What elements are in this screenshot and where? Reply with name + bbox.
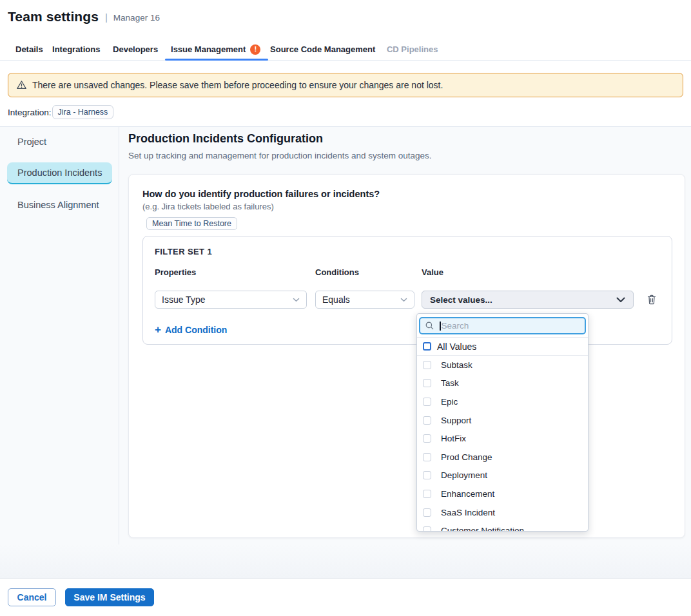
team-name: Manager 16	[113, 11, 160, 23]
option-label: Support	[441, 416, 471, 425]
checkbox[interactable]	[423, 434, 431, 443]
option-customer-notification[interactable]: Customer Notification	[417, 521, 588, 532]
filter-set-box: FILTER SET 1 Properties Conditions Value…	[142, 236, 672, 345]
option-support[interactable]: Support	[417, 411, 588, 430]
column-label-conditions: Conditions	[315, 268, 414, 276]
option-task[interactable]: Task	[417, 374, 588, 393]
tab-integrations[interactable]: Integrations	[52, 39, 100, 60]
checkbox[interactable]	[423, 379, 431, 387]
tab-label: Source Code Management	[270, 44, 375, 54]
checkbox[interactable]	[423, 508, 431, 517]
column-label-properties: Properties	[155, 268, 307, 276]
tab-label: Issue Management	[171, 44, 246, 54]
sidebar-item-project[interactable]: Project	[7, 131, 112, 153]
main-content: Production Incidents Configuration Set u…	[119, 127, 691, 544]
checkbox[interactable]	[423, 453, 431, 461]
value-dropdown: Search All Values Subtask Task Epic Supp…	[416, 313, 589, 532]
config-hint: (e.g. Jira tickets labeled as failures)	[142, 202, 672, 211]
tab-label: Integrations	[52, 44, 100, 54]
condition-select-value: Equals	[322, 294, 350, 305]
trash-icon	[647, 294, 656, 305]
option-label: Deployment	[441, 470, 487, 480]
chevron-down-icon	[293, 298, 300, 302]
config-question: How do you identify production failures …	[142, 189, 672, 199]
tab-cd-pipelines: CD Pipelines	[387, 39, 438, 60]
checkbox[interactable]	[423, 490, 431, 498]
page-title: Team settings	[8, 9, 99, 24]
option-label: HotFix	[441, 434, 466, 443]
chevron-down-icon	[400, 298, 407, 302]
tab-developers[interactable]: Developers	[113, 39, 158, 60]
value-multiselect[interactable]: Select values...	[422, 291, 634, 309]
option-saas-incident[interactable]: SaaS Incident	[417, 503, 588, 522]
active-tab-underline	[165, 59, 268, 61]
tab-bar: Details Integrations Developers Issue Ma…	[0, 39, 691, 61]
footer-bar: Cancel Save IM Settings	[0, 578, 691, 615]
option-subtask[interactable]: Subtask	[417, 356, 588, 374]
settings-panel: Project Production Incidents Business Al…	[0, 126, 691, 544]
option-hotfix[interactable]: HotFix	[417, 429, 588, 448]
option-label: Subtask	[441, 360, 472, 370]
filter-column-labels: Properties Conditions Value	[155, 268, 660, 276]
sidebar: Project Production Incidents Business Al…	[0, 127, 119, 544]
cancel-button[interactable]: Cancel	[8, 588, 56, 606]
tab-label: CD Pipelines	[387, 44, 438, 54]
property-select-value: Issue Type	[162, 294, 205, 305]
integration-chip[interactable]: Jira - Harness	[52, 105, 114, 119]
unsaved-changes-banner: There are unsaved changes. Please save t…	[8, 73, 683, 97]
sidebar-item-production-incidents[interactable]: Production Incidents	[7, 162, 112, 184]
section-heading: Production Incidents Configuration	[128, 132, 685, 145]
integration-label: Integration:	[8, 108, 52, 117]
column-label-value: Value	[422, 268, 634, 276]
warning-triangle-icon	[16, 80, 27, 90]
incidents-config-card: How do you identify production failures …	[128, 174, 685, 538]
tab-label: Details	[15, 44, 43, 54]
sidebar-item-label: Business Alignment	[17, 200, 99, 210]
search-icon	[425, 322, 434, 330]
option-all-values[interactable]: All Values	[417, 338, 588, 356]
section-subheading: Set up tracking and management for produ…	[128, 151, 685, 160]
checkbox[interactable]	[423, 416, 431, 425]
value-multiselect-placeholder: Select values...	[430, 295, 492, 305]
footer-gap	[0, 544, 691, 578]
filter-row: Issue Type Equals Select values...	[155, 291, 660, 309]
search-input[interactable]: Search	[419, 317, 586, 334]
save-im-settings-button[interactable]: Save IM Settings	[65, 588, 154, 606]
filter-set-title: FILTER SET 1	[155, 247, 660, 256]
value-select-wrap: Select values...	[422, 291, 634, 309]
option-label: All Values	[437, 342, 476, 352]
integration-row: Integration: Jira - Harness	[8, 104, 691, 120]
checkbox[interactable]	[423, 361, 431, 369]
option-label: Epic	[441, 397, 458, 407]
option-label: Customer Notification	[441, 526, 524, 532]
text-caret	[440, 322, 441, 331]
tab-details[interactable]: Details	[15, 39, 43, 60]
checkbox[interactable]	[423, 471, 431, 479]
option-label: Enhancement	[441, 489, 494, 499]
option-epic[interactable]: Epic	[417, 392, 588, 411]
sidebar-item-business-alignment[interactable]: Business Alignment	[7, 194, 112, 216]
checkbox[interactable]	[423, 526, 431, 532]
checkbox-all-values[interactable]	[423, 342, 431, 351]
condition-select[interactable]: Equals	[315, 291, 414, 309]
unsaved-changes-badge-icon: !	[250, 44, 260, 55]
plus-icon: +	[155, 325, 161, 334]
option-enhancement[interactable]: Enhancement	[417, 485, 588, 503]
delete-filter-row-button[interactable]	[642, 294, 656, 305]
title-separator: |	[105, 12, 108, 23]
banner-message: There are unsaved changes. Please save t…	[32, 80, 443, 90]
tab-issue-management[interactable]: Issue Management !	[165, 39, 268, 60]
checkbox[interactable]	[423, 398, 431, 406]
metric-chip: Mean Time to Restore	[146, 217, 237, 230]
tab-source-code-management[interactable]: Source Code Management	[270, 39, 375, 60]
chevron-down-icon	[616, 297, 625, 303]
property-select[interactable]: Issue Type	[155, 291, 307, 309]
option-prod-change[interactable]: Prod Change	[417, 448, 588, 467]
option-label: Task	[441, 378, 459, 388]
tab-label: Developers	[113, 44, 158, 54]
option-deployment[interactable]: Deployment	[417, 467, 588, 485]
page-header: Team settings | Manager 16	[0, 0, 691, 24]
add-condition-label: Add Condition	[165, 325, 227, 334]
option-label: Prod Change	[441, 452, 492, 462]
option-label: SaaS Incident	[441, 508, 495, 517]
